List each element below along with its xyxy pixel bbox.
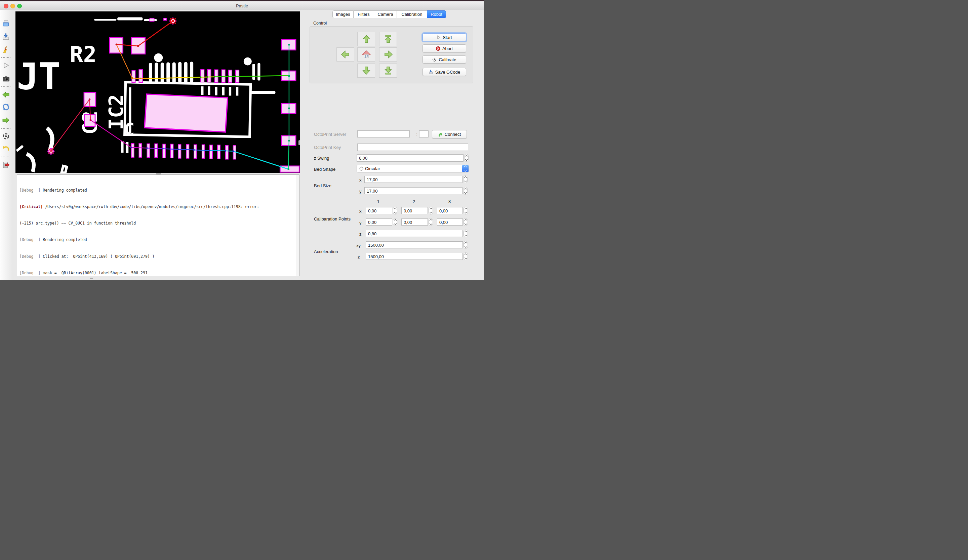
jog-up-button[interactable]: [357, 32, 375, 46]
bed-size-x-label: x: [359, 177, 362, 182]
octoprint-server-input[interactable]: [357, 131, 410, 138]
window-title: Pastie: [0, 3, 484, 8]
log-line: (-215) src.type() == CV_8UC1 in function…: [20, 220, 296, 226]
abort-x-icon: [436, 46, 440, 51]
refresh-icon[interactable]: [2, 103, 10, 111]
calibration-points-label: Calibaration Points: [314, 217, 351, 222]
vertical-scrollbar-thumb[interactable]: [298, 140, 300, 145]
cal-y1-field[interactable]: 0,00: [366, 219, 392, 225]
bed-size-label: Bed Size: [314, 183, 332, 188]
toolbar-separator: [2, 57, 10, 58]
cal-x3-stepper[interactable]: [464, 207, 468, 214]
control-group-label: Control: [313, 21, 327, 26]
left-toolbar: [0, 10, 12, 280]
connect-button[interactable]: Connect: [432, 130, 467, 139]
save-file-icon[interactable]: [2, 33, 10, 41]
log-line: [Debug ] mask = QBitArray(0001) labelSha…: [20, 270, 296, 276]
cal-y-label: y: [359, 220, 362, 225]
calibrate-button[interactable]: Calibrate: [423, 55, 466, 63]
acceleration-label: Acceleration: [314, 249, 338, 254]
toolbar-separator: [2, 128, 10, 129]
svg-text:JT: JT: [17, 55, 61, 98]
cal-y3-field[interactable]: 0,00: [437, 219, 463, 225]
target-icon: [432, 58, 437, 62]
open-file-icon[interactable]: [2, 20, 10, 28]
cal-z-label: z: [359, 232, 362, 237]
bottom-scrollbar-thumb[interactable]: [90, 278, 93, 279]
tab-robot[interactable]: Robot: [427, 10, 446, 18]
camera-icon[interactable]: [2, 75, 10, 83]
undo-icon[interactable]: [2, 145, 10, 152]
bed-size-y-label: y: [359, 189, 362, 194]
z-swing-label: z Swing: [314, 156, 330, 161]
jog-bottom-button[interactable]: [379, 63, 397, 78]
start-button[interactable]: Start: [423, 33, 466, 41]
cal-x3-field[interactable]: 0,00: [437, 207, 463, 214]
octoprint-server-label: OctoPrint Server: [314, 132, 346, 137]
jog-left-button[interactable]: [336, 47, 354, 61]
cal-x-label: x: [359, 209, 362, 214]
abort-button[interactable]: Abort: [423, 45, 466, 53]
tab-images[interactable]: Images: [332, 10, 353, 18]
circular-shape-icon: [359, 166, 364, 171]
titlebar: Pastie: [0, 2, 484, 10]
log-line: [Debug ] Clicked at: QPoint(413,169) ( Q…: [20, 254, 296, 259]
accel-z-stepper[interactable]: [464, 252, 468, 260]
jog-top-button[interactable]: [379, 32, 397, 46]
octoprint-key-input[interactable]: [357, 144, 468, 151]
tab-calibration[interactable]: Calibration: [397, 10, 427, 18]
run-icon[interactable]: [2, 61, 10, 69]
accel-xy-label: xy: [356, 243, 361, 248]
cal-x1-field[interactable]: 0,00: [366, 207, 392, 214]
play-icon: [437, 35, 441, 39]
back-icon[interactable]: [2, 91, 10, 98]
jog-right-button[interactable]: [379, 47, 397, 61]
port-separator: :: [416, 131, 418, 136]
bed-shape-select[interactable]: Circular: [356, 165, 469, 172]
z-swing-field[interactable]: 6,00: [356, 154, 464, 162]
cal-y2-stepper[interactable]: [429, 218, 433, 226]
log-line: [Debug ] Rendering completed: [20, 187, 296, 193]
connect-icon: [438, 132, 443, 137]
forward-icon[interactable]: [2, 116, 10, 124]
octoprint-port-input[interactable]: [419, 131, 429, 138]
paste-region: [144, 94, 227, 132]
exit-icon[interactable]: [2, 161, 10, 169]
log-line: [Debug ] Rendering completed: [20, 237, 296, 242]
accel-z-field[interactable]: 1500,00: [366, 253, 463, 260]
cal-x1-stepper[interactable]: [393, 207, 397, 214]
log-scrollbar[interactable]: [296, 175, 299, 276]
log-console[interactable]: [Debug ] Rendering completed [Critical] …: [17, 174, 300, 276]
cal-col-3: 3: [448, 199, 451, 204]
accel-xy-stepper[interactable]: [464, 241, 468, 249]
cal-y2-field[interactable]: 0,00: [401, 219, 428, 225]
octoprint-key-label: OctoPrint Key: [314, 145, 341, 150]
bed-size-y-field[interactable]: 17,00: [364, 187, 462, 194]
tab-camera[interactable]: Camera: [374, 10, 397, 18]
tab-filters[interactable]: Filters: [353, 10, 374, 18]
z-swing-stepper[interactable]: [464, 154, 469, 162]
bed-size-x-stepper[interactable]: [463, 176, 467, 183]
cal-z-field[interactable]: 0,80: [366, 230, 463, 237]
combo-arrows: [462, 165, 469, 172]
cal-y1-stepper[interactable]: [393, 218, 397, 226]
cal-z-stepper[interactable]: [464, 230, 468, 237]
calibrate-target-icon[interactable]: [2, 133, 10, 140]
bed-size-y-stepper[interactable]: [463, 187, 467, 195]
accel-xy-field[interactable]: 1500,00: [366, 241, 463, 249]
pcb-image-canvas[interactable]: JT R2 C2 IC2 C: [15, 12, 300, 173]
log-line: [Critical] /Users/stv0g/workspace/rwth-d…: [20, 204, 296, 209]
home-button[interactable]: [357, 47, 375, 61]
save-gcode-button[interactable]: Save GCode: [423, 68, 466, 76]
cal-col-1: 1: [377, 199, 380, 204]
cal-y3-stepper[interactable]: [464, 218, 468, 226]
jog-down-button[interactable]: [357, 63, 375, 78]
cal-x2-field[interactable]: 0,00: [401, 207, 428, 214]
cal-x2-stepper[interactable]: [429, 207, 433, 214]
clean-icon[interactable]: [2, 46, 10, 53]
svg-text:R2: R2: [70, 42, 97, 68]
save-icon: [429, 70, 433, 74]
bed-size-x-field[interactable]: 17,00: [364, 176, 462, 183]
bed-shape-label: Bed Shape: [314, 167, 335, 172]
cal-col-2: 2: [413, 199, 415, 204]
